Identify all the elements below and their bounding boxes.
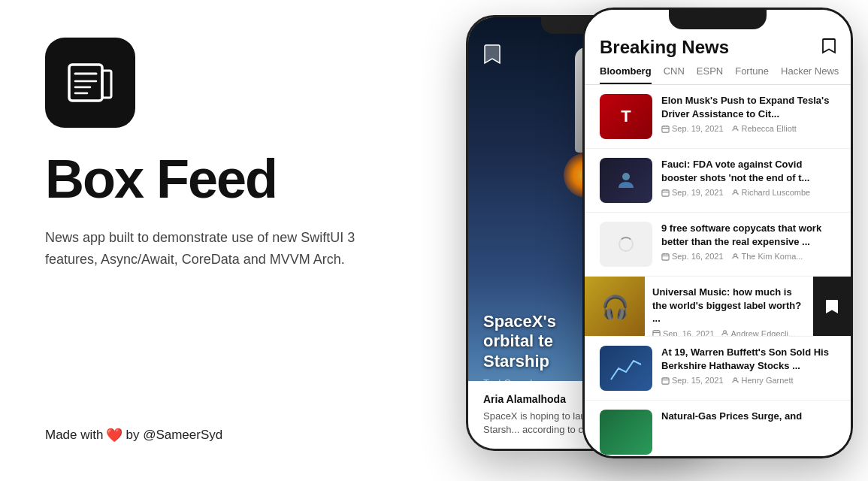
- news-thumb-buffett: [600, 346, 652, 391]
- news-header-title: Breaking News: [600, 37, 729, 58]
- news-meta-music: Sep. 16, 2021 Andrew Edgecli...: [652, 329, 806, 336]
- left-panel: Box Feed News app built to demonstrate u…: [0, 0, 421, 481]
- app-icon-svg: [63, 56, 117, 110]
- svg-point-26: [723, 331, 726, 334]
- news-content-music: Universal Music: how much is the world's…: [645, 277, 813, 336]
- tab-espn[interactable]: ESPN: [697, 65, 723, 84]
- news-item-music[interactable]: 🎧 Universal Music: how much is the world…: [585, 277, 851, 337]
- news-content-tesla: Elon Musk's Push to Expand Tesla's Drive…: [661, 94, 836, 133]
- news-thumb-music: 🎧: [585, 277, 645, 337]
- news-item-copycats[interactable]: 9 free software copycats that work bette…: [585, 213, 851, 277]
- news-content-fauci: Fauci: FDA vote against Covid booster sh…: [661, 158, 836, 197]
- news-date-music: Sep. 16, 2021: [652, 329, 715, 336]
- news-item-fauci[interactable]: Fauci: FDA vote against Covid booster sh…: [585, 149, 851, 213]
- news-date-fauci: Sep. 19, 2021: [661, 188, 724, 197]
- headphones-icon: 🎧: [601, 294, 629, 320]
- fauci-icon: [615, 169, 637, 192]
- news-content-buffett: At 19, Warren Buffett's Son Sold His Ber…: [661, 346, 836, 385]
- svg-point-21: [733, 253, 736, 256]
- news-item-buffett[interactable]: At 19, Warren Buffett's Son Sold His Ber…: [585, 337, 851, 401]
- svg-point-31: [733, 377, 736, 380]
- news-meta-tesla: Sep. 19, 2021 Rebecca Elliott: [661, 124, 836, 133]
- svg-rect-27: [662, 377, 669, 383]
- news-thumb-tesla: T: [600, 94, 652, 139]
- news-content-copycats: 9 free software copycats that work bette…: [661, 222, 836, 261]
- app-icon: [45, 38, 135, 128]
- svg-rect-0: [69, 65, 102, 101]
- news-headline-fauci: Fauci: FDA vote against Covid booster sh…: [661, 158, 836, 184]
- news-headline-gas: Natural-Gas Prices Surge, and: [661, 410, 836, 423]
- news-tabs: Bloomberg CNN ESPN Fortune Hacker News T…: [585, 58, 851, 85]
- news-headline-copycats: 9 free software copycats that work bette…: [661, 222, 836, 248]
- news-date-copycats: Sep. 16, 2021: [661, 252, 724, 261]
- phone-front-screen: Breaking News Bloomberg CNN ESPN Fortune…: [585, 10, 851, 456]
- app-title: Box Feed: [45, 152, 376, 206]
- news-meta-fauci: Sep. 19, 2021 Richard Luscombe: [661, 188, 836, 197]
- news-author-fauci: Richard Luscombe: [731, 188, 811, 197]
- news-meta-copycats: Sep. 16, 2021 The Kim Koma...: [661, 252, 836, 261]
- made-with: Made with ❤️ by @SameerSyd: [45, 427, 376, 443]
- stocks-chart-icon: [607, 353, 645, 383]
- svg-rect-22: [653, 331, 660, 336]
- phone-front: Breaking News Bloomberg CNN ESPN Fortune…: [582, 8, 853, 458]
- news-author-tesla: Rebecca Elliott: [731, 124, 797, 133]
- loading-spinner: [618, 237, 634, 252]
- svg-rect-17: [662, 253, 669, 259]
- right-panel: SpaceX'sorbital teStarship TechCrunch Ar…: [421, 0, 868, 481]
- news-item-gas[interactable]: Natural-Gas Prices Surge, and: [585, 401, 851, 456]
- news-thumb-copycats: [600, 222, 652, 267]
- svg-point-16: [733, 189, 736, 192]
- made-with-prefix: Made with: [45, 428, 103, 443]
- news-headline-tesla: Elon Musk's Push to Expand Tesla's Drive…: [661, 94, 836, 120]
- svg-point-11: [622, 173, 630, 180]
- news-bookmark-music[interactable]: [813, 277, 851, 336]
- tab-fortune[interactable]: Fortune: [735, 65, 769, 84]
- news-date-tesla: Sep. 19, 2021: [661, 124, 724, 133]
- news-thumb-gas: [600, 410, 652, 455]
- svg-rect-6: [662, 126, 669, 132]
- tab-cnn[interactable]: CNN: [664, 65, 685, 84]
- news-item-tesla[interactable]: T Elon Musk's Push to Expand Tesla's Dri…: [585, 85, 851, 149]
- back-screen-text: SpaceX'sorbital teStarship TechCrunch: [483, 312, 556, 389]
- news-headline-music: Universal Music: how much is the world's…: [652, 286, 806, 325]
- news-date-buffett: Sep. 15, 2021: [661, 376, 724, 385]
- news-content-gas: Natural-Gas Prices Surge, and: [661, 410, 836, 427]
- news-headline-buffett: At 19, Warren Buffett's Son Sold His Ber…: [661, 346, 836, 372]
- news-list: T Elon Musk's Push to Expand Tesla's Dri…: [585, 85, 851, 456]
- phone-front-notch: [669, 10, 767, 29]
- bookmark-icon-phone[interactable]: [483, 44, 501, 68]
- news-bookmark-icon[interactable]: [822, 38, 836, 58]
- news-thumb-fauci: [600, 158, 652, 203]
- news-author-music: Andrew Edgecli...: [721, 329, 796, 336]
- tesla-logo: T: [621, 107, 631, 126]
- news-meta-buffett: Sep. 15, 2021 Henry Garnett: [661, 376, 836, 385]
- svg-rect-12: [662, 189, 669, 195]
- tab-bloomberg[interactable]: Bloomberg: [600, 65, 652, 84]
- svg-rect-1: [102, 71, 111, 98]
- tab-hackernews[interactable]: Hacker News: [781, 65, 839, 84]
- heart-icon: ❤️: [106, 427, 122, 443]
- news-author-buffett: Henry Garnett: [731, 376, 794, 385]
- back-screen-title: SpaceX'sorbital teStarship: [483, 312, 556, 371]
- news-author-copycats: The Kim Koma...: [731, 252, 803, 261]
- made-with-suffix: by @SameerSyd: [126, 428, 222, 443]
- app-description: News app built to demonstrate use of new…: [45, 227, 361, 271]
- svg-point-10: [733, 126, 736, 129]
